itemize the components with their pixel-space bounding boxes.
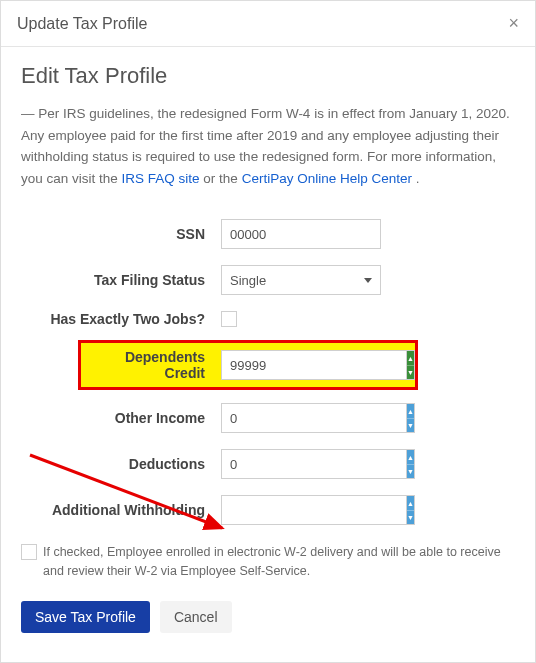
close-icon[interactable]: × [508, 13, 519, 34]
filing-status-row: Tax Filing Status Single [21, 265, 515, 295]
additional-withholding-row: Additional Withholding ▲ ▼ [21, 495, 515, 525]
spinner-down-icon[interactable]: ▼ [407, 465, 414, 479]
modal-title: Update Tax Profile [17, 15, 147, 33]
spinner-down-icon[interactable]: ▼ [407, 366, 414, 380]
w2-consent-text: If checked, Employee enrolled in electro… [43, 543, 515, 581]
modal-header: Update Tax Profile × [1, 1, 535, 47]
save-button[interactable]: Save Tax Profile [21, 601, 150, 633]
deductions-spinner: ▲ ▼ [407, 449, 415, 479]
two-jobs-label: Has Exactly Two Jobs? [21, 311, 221, 327]
dependents-credit-input[interactable] [221, 350, 407, 380]
chevron-down-icon [364, 278, 372, 283]
other-income-wrap: ▲ ▼ [221, 403, 381, 433]
other-income-spinner: ▲ ▼ [407, 403, 415, 433]
deductions-label: Deductions [21, 456, 221, 472]
filing-status-label: Tax Filing Status [21, 272, 221, 288]
footer: Save Tax Profile Cancel [21, 601, 515, 633]
other-income-row: Other Income ▲ ▼ [21, 403, 515, 433]
dependents-credit-wrap: ▲ ▼ [221, 350, 381, 380]
certipay-help-link[interactable]: CertiPay Online Help Center [242, 171, 412, 186]
cancel-button[interactable]: Cancel [160, 601, 232, 633]
info-suffix: . [416, 171, 420, 186]
ssn-row: SSN [21, 219, 515, 249]
modal: Update Tax Profile × Edit Tax Profile — … [0, 0, 536, 663]
filing-status-value: Single [230, 273, 266, 288]
spinner-up-icon[interactable]: ▲ [407, 404, 414, 419]
additional-withholding-input[interactable] [221, 495, 407, 525]
spinner-up-icon[interactable]: ▲ [407, 450, 414, 465]
spinner-down-icon[interactable]: ▼ [407, 419, 414, 433]
dependents-credit-row: Dependents Credit ▲ ▼ [81, 343, 415, 387]
additional-withholding-label: Additional Withholding [21, 502, 221, 518]
w2-consent-row: If checked, Employee enrolled in electro… [21, 543, 515, 581]
other-income-label: Other Income [21, 410, 221, 426]
w2-consent-checkbox[interactable] [21, 544, 37, 560]
spinner-up-icon[interactable]: ▲ [407, 351, 414, 366]
other-income-input[interactable] [221, 403, 407, 433]
dependents-credit-spinner: ▲ ▼ [407, 350, 415, 380]
deductions-input[interactable] [221, 449, 407, 479]
spinner-down-icon[interactable]: ▼ [407, 511, 414, 525]
ssn-input[interactable] [221, 219, 381, 249]
modal-body: Edit Tax Profile — Per IRS guidelines, t… [1, 47, 535, 662]
dependents-credit-label: Dependents Credit [87, 349, 221, 381]
info-middle: or the [203, 171, 241, 186]
additional-withholding-wrap: ▲ ▼ [221, 495, 381, 525]
filing-status-select[interactable]: Single [221, 265, 381, 295]
section-title: Edit Tax Profile [21, 63, 515, 89]
deductions-row: Deductions ▲ ▼ [21, 449, 515, 479]
ssn-label: SSN [21, 226, 221, 242]
irs-faq-link[interactable]: IRS FAQ site [122, 171, 200, 186]
two-jobs-row: Has Exactly Two Jobs? [21, 311, 515, 327]
spinner-up-icon[interactable]: ▲ [407, 496, 414, 511]
two-jobs-checkbox[interactable] [221, 311, 237, 327]
additional-withholding-spinner: ▲ ▼ [407, 495, 415, 525]
deductions-wrap: ▲ ▼ [221, 449, 381, 479]
info-text: — Per IRS guidelines, the redesigned For… [21, 103, 515, 189]
